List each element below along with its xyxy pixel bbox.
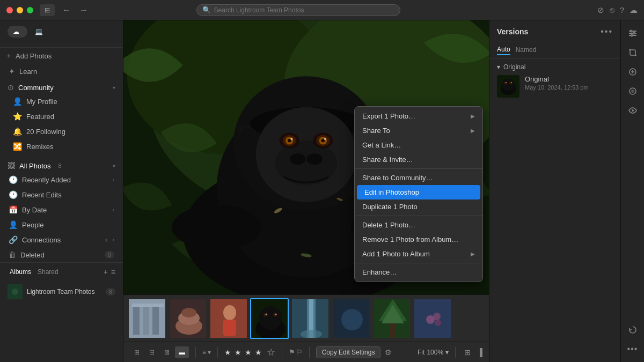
sidebar-item-recently-added[interactable]: 🕐 Recently Added ‹ [0,172,123,187]
sidebar-toggle-button[interactable]: ⊟ [40,4,55,16]
album-item-lightroom-team[interactable]: Lightroom Team Photos 8 [0,281,123,302]
ctx-share-invite[interactable]: Share & Invite… [355,152,482,167]
toolbar-divider-1 [195,347,196,358]
crop-view-button[interactable]: ⊞ [464,348,471,357]
sidebar-item-remixes[interactable]: 🔀 Remixes [4,139,123,154]
add-photos-button[interactable]: ＋ Add Photos [0,48,123,64]
sidebar-community-header[interactable]: ⊙ Community ▾ [0,79,123,94]
connections-arrow: ‹ [113,237,114,243]
add-connection-button[interactable]: + [104,236,108,244]
grid-view-button[interactable]: ⊞ [130,346,144,358]
learn-icon: ✦ [9,67,15,76]
ctx-get-link[interactable]: Get a Link… [355,138,482,152]
versions-tab-auto[interactable]: Auto [497,45,510,55]
sort-albums-button[interactable]: ≡ [111,268,115,276]
titlebar: ⊟ ← → 🔍 ⊘ ⎋ ? ☁ [0,0,644,20]
ctx-remove-album[interactable]: Remove 1 Photo from Album… [355,232,482,247]
svg-rect-40 [223,320,236,336]
thumbnail-6[interactable] [332,298,370,339]
ctx-add-album[interactable]: Add 1 Photo to Album ▶ [355,247,482,261]
sort-button[interactable]: ≡ ▾ [202,349,211,356]
ctx-share-community[interactable]: Share to Community… [355,171,482,185]
add-album-button[interactable]: + [104,268,108,276]
original-section: ▾ Original Original [489,59,620,102]
fit-zoom-button[interactable]: Fit 100% ▾ [418,349,449,356]
svg-point-65 [504,82,507,85]
svg-point-78 [632,109,634,112]
sidebar-item-deleted[interactable]: 🗑 Deleted 0 [0,247,123,262]
ctx-enhance[interactable]: Enhance… [355,265,482,279]
traffic-lights [6,7,33,13]
thumbnail-7[interactable] [372,298,411,339]
thumbnail-3[interactable] [209,298,248,339]
cloud-icon[interactable]: ☁ [630,5,638,15]
local-tab[interactable]: 💻 [30,26,51,38]
community-chevron: ▾ [113,85,115,91]
cloud-tab[interactable]: ☁ [8,26,27,38]
flag-button[interactable]: ⚑ [289,348,295,356]
thumbnail-1[interactable] [128,298,166,339]
settings-button[interactable]: ⚙ [385,348,392,357]
sidebar-item-featured[interactable]: ⭐ Featured [4,109,123,124]
back-button[interactable]: ← [59,4,74,16]
original-item: Original May 10, 2024, 12:53 pm [497,75,613,98]
sidebar-item-people[interactable]: 👤 People [0,217,123,232]
svg-point-73 [633,32,635,34]
shared-tab[interactable]: Shared [35,267,61,277]
thumbnail-4-gorilla[interactable] [250,298,289,339]
ctx-duplicate[interactable]: Duplicate 1 Photo [355,200,482,214]
filter-icon[interactable]: ⊘ [597,5,604,15]
compare-button[interactable]: ⊠ [160,346,174,358]
versions-tab-named[interactable]: Named [516,45,537,55]
svg-point-24 [172,205,261,249]
ctx-edit-photoshop[interactable]: Edit in Photoshop [357,185,480,200]
sidebar-item-connections[interactable]: 🔗 Connections + ‹ [0,232,123,247]
local-tab-icon: 💻 [35,28,43,35]
ctx-share-to-arrow: ▶ [471,128,475,134]
crop-icon-button[interactable] [624,44,641,61]
adjust-icon-button[interactable] [624,25,641,42]
healing-icon-button[interactable] [624,63,641,80]
redeye-icon-button[interactable] [624,102,641,119]
share-icon[interactable]: ⎋ [610,5,614,14]
sidebar-item-by-date[interactable]: 📅 By Date ‹ [0,202,123,217]
sidebar-all-photos-header[interactable]: 🖼 All Photos 8 ▾ [0,157,123,172]
help-icon[interactable]: ? [620,5,624,14]
ctx-export[interactable]: Export 1 Photo… ▶ [355,109,482,123]
ctx-share-to[interactable]: Share To ▶ [355,123,482,138]
sidebar-item-my-profile[interactable]: 👤 My Profile [4,94,123,109]
more-icon-button[interactable]: ••• [624,341,641,358]
minimize-button[interactable] [17,7,23,13]
histogram-button[interactable]: ▐ [477,348,482,357]
original-info: Original May 10, 2024, 12:53 pm [525,75,613,91]
sidebar-item-following[interactable]: 🔔 20 Following [4,124,123,139]
recent-edits-icon: 🕐 [9,190,18,199]
svg-point-61 [435,320,441,326]
photos-icon: 🖼 [8,161,15,170]
sidebar-item-learn[interactable]: ✦ Learn [0,64,123,79]
original-section-header[interactable]: ▾ Original [497,63,613,71]
masking-icon-button[interactable] [624,83,641,100]
single-view-button[interactable]: ▬ [175,346,189,358]
all-photos-chevron: ▾ [113,163,115,169]
copy-edit-settings-button[interactable]: Copy Edit Settings [316,346,381,358]
thumbnail-8[interactable] [413,298,452,339]
maximize-button[interactable] [27,7,33,13]
original-thumbnail[interactable] [497,75,519,98]
nav-buttons: ← → [59,4,91,16]
cloud-local-tabs: ☁ 💻 [8,26,115,38]
reject-button[interactable]: ⚐ [296,348,303,356]
thumbnail-2[interactable] [169,298,207,339]
svg-point-13 [307,153,323,165]
close-button[interactable] [6,7,13,13]
search-input[interactable] [214,6,394,14]
thumbnail-5[interactable] [291,298,330,339]
history-icon-button[interactable] [624,321,641,338]
albums-tab[interactable]: Albums [8,267,33,277]
grid-square-button[interactable]: ⊟ [145,346,159,358]
sidebar-item-recent-edits[interactable]: 🕐 Recent Edits [0,187,123,202]
versions-more-button[interactable]: ••• [601,27,613,36]
ctx-delete[interactable]: Delete 1 Photo… [355,218,482,232]
forward-button[interactable]: → [76,4,91,16]
search-bar[interactable]: 🔍 [196,4,400,16]
